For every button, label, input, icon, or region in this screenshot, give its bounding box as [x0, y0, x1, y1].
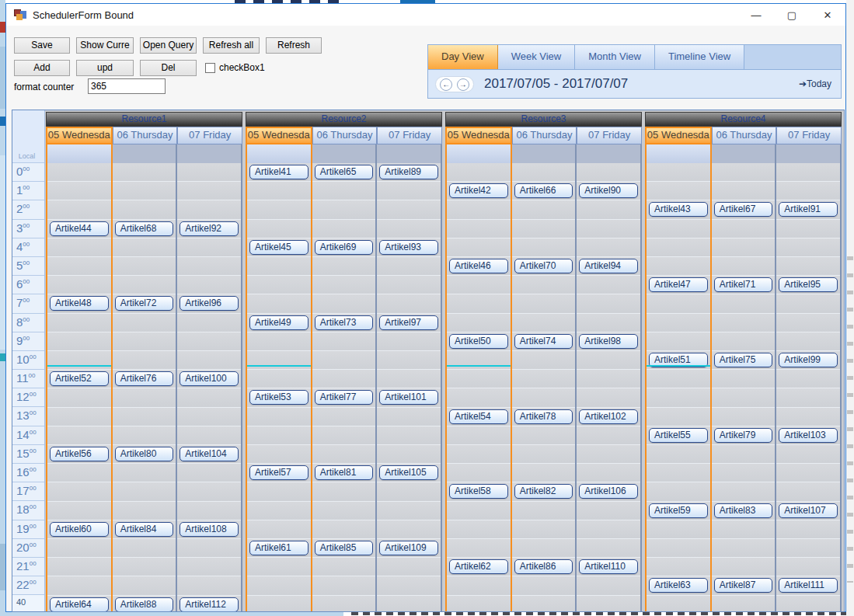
appointment[interactable]: Artikel83	[714, 503, 773, 518]
appointment[interactable]: Artikel103	[779, 428, 838, 443]
appointment[interactable]: Artikel63	[649, 578, 708, 593]
appointment[interactable]: Artikel71	[714, 277, 773, 292]
appointment[interactable]: Artikel66	[514, 183, 573, 198]
appointment[interactable]: Artikel54	[449, 409, 508, 424]
tab-week-view[interactable]: Week View	[498, 45, 576, 69]
day-header-05-wednesda[interactable]: 05 Wednesda	[645, 127, 712, 144]
appointment[interactable]: Artikel88	[115, 597, 174, 611]
appointment[interactable]: Artikel73	[315, 315, 374, 330]
appointment[interactable]: Artikel44	[50, 221, 109, 236]
save-button[interactable]: Save	[14, 37, 70, 54]
day-header-06-thursday[interactable]: 06 Thursday	[113, 127, 178, 144]
appointment[interactable]: Artikel74	[514, 334, 573, 349]
appointment[interactable]: Artikel91	[779, 202, 838, 217]
maximize-button[interactable]: ▢	[774, 4, 810, 26]
appointment[interactable]: Artikel89	[379, 165, 438, 179]
appointment[interactable]: Artikel100	[180, 371, 239, 386]
appointment[interactable]: Artikel61	[249, 541, 308, 555]
day-header-07-friday[interactable]: 07 Friday	[776, 127, 842, 144]
day-header-05-wednesda[interactable]: 05 Wednesda	[445, 127, 512, 144]
appointment[interactable]: Artikel107	[779, 503, 838, 518]
previous-date-button[interactable]: ←	[440, 78, 452, 91]
day-header-07-friday[interactable]: 07 Friday	[577, 127, 642, 144]
show-curre-button[interactable]: Show Curre	[76, 37, 134, 54]
refresh-all-button[interactable]: Refresh all	[203, 37, 260, 54]
upd-button[interactable]: upd	[76, 60, 134, 76]
minimize-button[interactable]: —	[738, 4, 774, 26]
appointment[interactable]: Artikel90	[579, 183, 638, 198]
appointment[interactable]: Artikel64	[50, 597, 109, 611]
appointment[interactable]: Artikel108	[180, 522, 239, 537]
appointment[interactable]: Artikel43	[649, 202, 708, 217]
appointment[interactable]: Artikel53	[249, 390, 308, 405]
appointment[interactable]: Artikel41	[249, 165, 308, 179]
del-button[interactable]: Del	[140, 60, 197, 76]
appointment[interactable]: Artikel76	[115, 371, 174, 386]
appointment[interactable]: Artikel46	[449, 259, 508, 273]
appointment[interactable]: Artikel79	[714, 428, 773, 443]
appointment[interactable]: Artikel82	[514, 484, 573, 499]
appointment[interactable]: Artikel68	[115, 221, 174, 236]
appointment[interactable]: Artikel67	[714, 202, 773, 217]
tab-day-view[interactable]: Day View	[428, 45, 498, 69]
appointment[interactable]: Artikel111	[779, 578, 838, 593]
day-header-06-thursday[interactable]: 06 Thursday	[512, 127, 577, 144]
appointment[interactable]: Artikel55	[649, 428, 708, 443]
appointment[interactable]: Artikel49	[249, 315, 308, 330]
appointment[interactable]: Artikel81	[315, 465, 374, 480]
appointment[interactable]: Artikel109	[379, 541, 438, 555]
appointment[interactable]: Artikel50	[449, 334, 508, 349]
appointment[interactable]: Artikel104	[180, 447, 239, 461]
appointment[interactable]: Artikel62	[449, 559, 508, 574]
appointment[interactable]: Artikel98	[579, 334, 638, 349]
next-date-button[interactable]: →	[457, 78, 469, 91]
day-header-07-friday[interactable]: 07 Friday	[377, 127, 442, 144]
appointment[interactable]: Artikel84	[115, 522, 174, 537]
appointment[interactable]: Artikel93	[379, 240, 438, 255]
appointment[interactable]: Artikel80	[115, 447, 174, 461]
appointment[interactable]: Artikel94	[579, 259, 638, 273]
appointment[interactable]: Artikel95	[779, 277, 838, 292]
day-header-05-wednesda[interactable]: 05 Wednesda	[46, 127, 113, 144]
appointment[interactable]: Artikel99	[779, 353, 838, 367]
appointment[interactable]: Artikel42	[449, 183, 508, 198]
day-header-06-thursday[interactable]: 06 Thursday	[712, 127, 777, 144]
appointment[interactable]: Artikel75	[714, 353, 773, 367]
appointment[interactable]: Artikel102	[579, 409, 638, 424]
appointment[interactable]: Artikel60	[50, 522, 109, 537]
appointment[interactable]: Artikel69	[315, 240, 374, 255]
day-header-07-friday[interactable]: 07 Friday	[177, 127, 242, 144]
close-button[interactable]: ✕	[810, 4, 845, 26]
appointment[interactable]: Artikel48	[50, 296, 109, 311]
checkbox1-wrap[interactable]: checkBox1	[205, 62, 265, 73]
appointment[interactable]: Artikel77	[315, 390, 374, 405]
appointment[interactable]: Artikel78	[514, 409, 573, 424]
appointment[interactable]: Artikel86	[514, 559, 573, 574]
appointment[interactable]: Artikel72	[115, 296, 174, 311]
appointment[interactable]: Artikel92	[180, 221, 239, 236]
appointment[interactable]: Artikel87	[714, 578, 773, 593]
appointment[interactable]: Artikel97	[379, 315, 438, 330]
appointment[interactable]: Artikel56	[50, 447, 109, 461]
appointment[interactable]: Artikel101	[379, 390, 438, 405]
appointment[interactable]: Artikel106	[579, 484, 638, 499]
tab-timeline-view[interactable]: Timeline View	[655, 45, 744, 69]
day-header-05-wednesda[interactable]: 05 Wednesda	[246, 127, 312, 144]
day-header-06-thursday[interactable]: 06 Thursday	[312, 127, 378, 144]
refresh-button[interactable]: Refresh	[266, 37, 322, 54]
appointment[interactable]: Artikel70	[514, 259, 573, 273]
tab-month-view[interactable]: Month View	[575, 45, 655, 69]
appointment[interactable]: Artikel96	[180, 296, 239, 311]
appointment[interactable]: Artikel52	[50, 371, 109, 386]
appointment[interactable]: Artikel59	[649, 503, 708, 518]
appointment[interactable]: Artikel57	[249, 465, 308, 480]
appointment[interactable]: Artikel58	[449, 484, 508, 499]
today-button[interactable]: ➔Today	[799, 78, 831, 89]
appointment[interactable]: Artikel112	[180, 597, 239, 611]
appointment[interactable]: Artikel105	[379, 465, 438, 480]
format-counter-input[interactable]	[88, 78, 166, 94]
open-query-button[interactable]: Open Query	[140, 37, 197, 54]
checkbox1-box[interactable]	[205, 63, 215, 73]
appointment[interactable]: Artikel47	[649, 277, 708, 292]
appointment[interactable]: Artikel85	[315, 541, 374, 555]
